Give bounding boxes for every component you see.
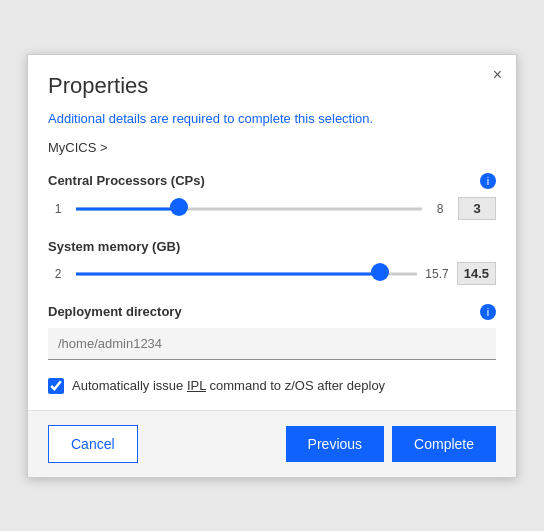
cpu-min-value: 1 <box>48 202 68 216</box>
memory-min-value: 2 <box>48 267 68 281</box>
previous-button[interactable]: Previous <box>286 426 384 462</box>
ipl-checkbox-label[interactable]: Automatically issue IPL command to z/OS … <box>72 378 385 393</box>
memory-slider[interactable] <box>76 262 417 282</box>
nav-buttons: Previous Complete <box>286 426 496 462</box>
ipl-label-link: IPL <box>187 378 206 393</box>
cpu-max-value: 8 <box>430 202 450 216</box>
modal-body: Additional details are required to compl… <box>28 111 516 410</box>
complete-button[interactable]: Complete <box>392 426 496 462</box>
breadcrumb: MyCICS > <box>48 140 496 155</box>
memory-max-value: 15.7 <box>425 267 448 281</box>
deployment-dir-info-icon[interactable]: i <box>480 304 496 320</box>
ipl-checkbox-row: Automatically issue IPL command to z/OS … <box>48 378 496 394</box>
cancel-button[interactable]: Cancel <box>48 425 138 463</box>
ipl-checkbox[interactable] <box>48 378 64 394</box>
cpu-slider[interactable] <box>76 197 422 217</box>
modal-overlay: Properties × Additional details are requ… <box>0 0 544 531</box>
ipl-label-prefix: Automatically issue <box>72 378 187 393</box>
close-button[interactable]: × <box>493 67 502 83</box>
deployment-dir-group: Deployment directory i <box>48 304 496 360</box>
cpu-label-row: Central Processors (CPs) i <box>48 173 496 189</box>
memory-label-row: System memory (GB) <box>48 239 496 254</box>
cpu-field-group: Central Processors (CPs) i 1 8 3 <box>48 173 496 221</box>
memory-label: System memory (GB) <box>48 239 180 254</box>
cpu-range-container <box>76 197 422 221</box>
cpu-slider-row: 1 8 3 <box>48 197 496 221</box>
subtitle-text: Additional details are required to compl… <box>48 111 496 126</box>
memory-range-container <box>76 262 417 286</box>
deployment-dir-input[interactable] <box>48 328 496 360</box>
modal-header: Properties × <box>28 55 516 99</box>
memory-field-group: System memory (GB) 2 15.7 14.5 <box>48 239 496 286</box>
cpu-info-icon[interactable]: i <box>480 173 496 189</box>
cpu-label: Central Processors (CPs) <box>48 173 205 188</box>
deployment-dir-label-row: Deployment directory i <box>48 304 496 320</box>
memory-slider-row: 2 15.7 14.5 <box>48 262 496 286</box>
modal-dialog: Properties × Additional details are requ… <box>27 54 517 478</box>
modal-footer: Cancel Previous Complete <box>28 410 516 477</box>
modal-title: Properties <box>48 73 496 99</box>
deployment-dir-label: Deployment directory <box>48 304 182 319</box>
memory-current-value: 14.5 <box>457 262 496 285</box>
cpu-current-value: 3 <box>458 197 496 220</box>
ipl-label-suffix: command to z/OS after deploy <box>206 378 385 393</box>
